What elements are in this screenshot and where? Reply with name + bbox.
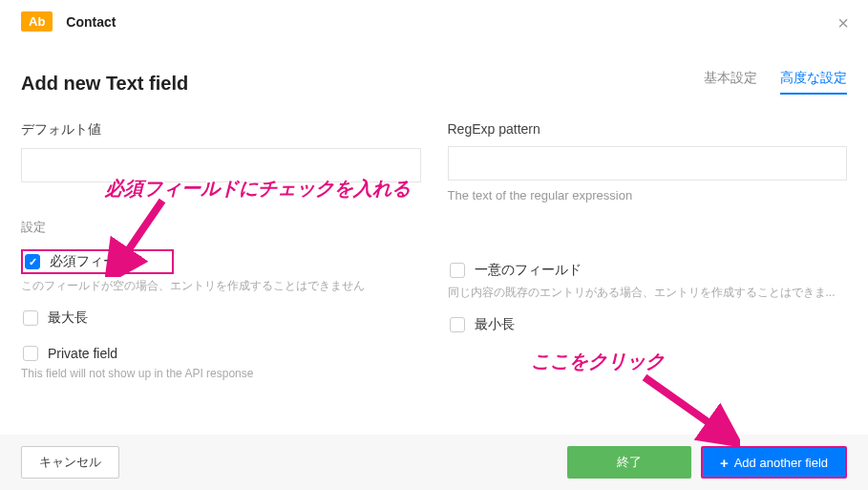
annotation-arrow-1 bbox=[105, 196, 172, 277]
plus-icon: + bbox=[720, 456, 729, 470]
required-checkbox[interactable]: ✓ bbox=[25, 254, 40, 269]
maxlength-checkbox[interactable] bbox=[23, 310, 38, 326]
tab-advanced[interactable]: 高度な設定 bbox=[780, 70, 847, 95]
modal-header: Ab Contact × bbox=[0, 0, 868, 43]
field-type-badge: Ab bbox=[21, 11, 53, 32]
tab-basic[interactable]: 基本設定 bbox=[704, 70, 757, 95]
settings-label: 設定 bbox=[21, 219, 421, 236]
required-desc: このフィールドが空の場合、エントリを作成することはできません bbox=[21, 278, 421, 294]
add-another-field-button[interactable]: + Add another field bbox=[701, 446, 847, 479]
regexp-input[interactable] bbox=[448, 146, 848, 181]
cancel-button[interactable]: キャンセル bbox=[21, 446, 119, 479]
footer-right: 終了 + Add another field bbox=[567, 446, 847, 479]
annotation-arrow-2 bbox=[635, 373, 740, 449]
regexp-label: RegExp pattern bbox=[448, 121, 848, 137]
tabs: 基本設定 高度な設定 bbox=[704, 70, 847, 95]
maxlength-label: 最大長 bbox=[48, 309, 88, 327]
minlength-label: 最小長 bbox=[475, 316, 515, 333]
field-type-name: Contact bbox=[66, 14, 116, 30]
unique-checkbox[interactable] bbox=[450, 263, 465, 278]
annotation-text-2: ここをクリック bbox=[531, 349, 665, 374]
title-row: Add new Text field 基本設定 高度な設定 bbox=[0, 43, 868, 104]
maxlength-row[interactable]: 最大長 bbox=[21, 308, 421, 329]
finish-button[interactable]: 終了 bbox=[567, 446, 691, 479]
unique-desc: 同じ内容の既存のエントリがある場合、エントリを作成することはできま... bbox=[448, 285, 848, 301]
private-field-row[interactable]: Private field bbox=[21, 344, 421, 363]
minlength-checkbox[interactable] bbox=[450, 317, 465, 332]
unique-label: 一意のフィールド bbox=[475, 262, 582, 279]
private-label: Private field bbox=[48, 346, 117, 361]
page-title: Add new Text field bbox=[21, 73, 188, 95]
private-checkbox[interactable] bbox=[23, 346, 38, 361]
minlength-row[interactable]: 最小長 bbox=[448, 314, 848, 335]
private-desc: This field will not show up in the API r… bbox=[21, 367, 421, 380]
unique-field-row[interactable]: 一意のフィールド bbox=[448, 260, 848, 281]
add-another-label: Add another field bbox=[734, 456, 828, 470]
close-icon[interactable]: × bbox=[837, 13, 849, 32]
left-column: デフォルト値 設定 ✓ 必須フィールド このフィールドが空の場合、エントリを作成… bbox=[21, 121, 421, 394]
regexp-helper: The text of the regular expression bbox=[448, 188, 848, 202]
default-value-label: デフォルト値 bbox=[21, 121, 421, 138]
